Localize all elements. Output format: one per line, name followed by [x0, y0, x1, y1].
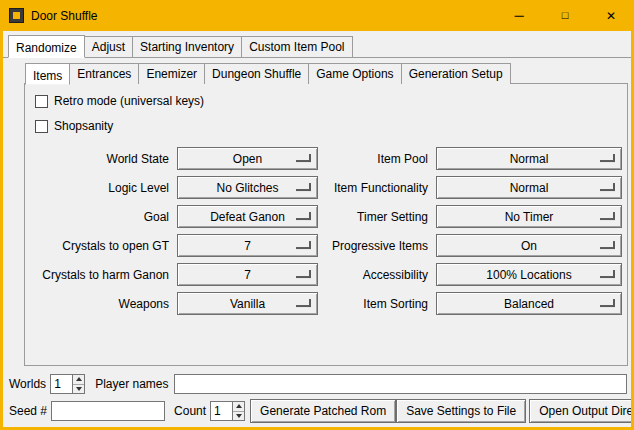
crystals-harm-ganon-label: Crystals to harm Ganon [25, 268, 177, 282]
arrow-down-icon [236, 414, 242, 418]
item-functionality-dropdown[interactable]: Normal [436, 176, 622, 199]
option-grid: World State Open Item Pool Normal Logic … [25, 144, 627, 318]
spin-down-button[interactable] [73, 384, 84, 394]
world-state-value: Open [233, 152, 262, 166]
dropdown-indicator-icon [600, 270, 615, 278]
arrow-up-icon [76, 377, 82, 381]
logic-level-dropdown[interactable]: No Glitches [177, 176, 318, 199]
weapons-dropdown[interactable]: Vanilla [177, 292, 318, 315]
retro-mode-label: Retro mode (universal keys) [54, 94, 204, 108]
tab-dungeon-shuffle[interactable]: Dungeon Shuffle [204, 63, 309, 84]
crystals-harm-ganon-value: 7 [244, 268, 251, 282]
option-row: Goal Defeat Ganon Timer Setting No Timer [25, 202, 627, 231]
tab-starting-inventory[interactable]: Starting Inventory [132, 36, 242, 57]
world-state-dropdown[interactable]: Open [177, 147, 318, 170]
progressive-items-value: On [521, 239, 537, 253]
save-settings-button[interactable]: Save Settings to File [396, 399, 526, 423]
tab-game-options[interactable]: Game Options [308, 63, 401, 84]
logic-level-value: No Glitches [216, 181, 278, 195]
item-functionality-label: Item Functionality [318, 181, 436, 195]
generate-patched-rom-button[interactable]: Generate Patched Rom [250, 399, 396, 423]
crystals-open-gt-dropdown[interactable]: 7 [177, 234, 318, 257]
item-sorting-label: Item Sorting [318, 297, 436, 311]
count-label: Count [174, 404, 206, 418]
dropdown-indicator-icon [296, 183, 311, 191]
dropdown-indicator-icon [296, 212, 311, 220]
minimize-icon: ─ [514, 8, 523, 23]
item-sorting-value: Balanced [504, 297, 554, 311]
crystals-open-gt-label: Crystals to open GT [25, 239, 177, 253]
spin-up-button[interactable] [233, 402, 244, 411]
arrow-up-icon [236, 404, 242, 408]
tab-items[interactable]: Items [25, 63, 70, 85]
option-row: Crystals to open GT 7 Progressive Items … [25, 231, 627, 260]
maximize-button[interactable]: □ [542, 0, 588, 31]
tab-generation-setup[interactable]: Generation Setup [401, 63, 511, 84]
shopsanity-checkbox[interactable] [35, 120, 48, 133]
dropdown-indicator-icon [296, 299, 311, 307]
worlds-spin-arrows [72, 374, 85, 394]
accessibility-dropdown[interactable]: 100% Locations [436, 263, 622, 286]
shopsanity-row: Shopsanity [35, 118, 627, 134]
tab-custom-item-pool[interactable]: Custom Item Pool [241, 36, 352, 57]
item-pool-value: Normal [510, 152, 549, 166]
worlds-label: Worlds [9, 377, 46, 391]
outer-tab-bar: Randomize Adjust Starting Inventory Cust… [3, 35, 631, 58]
count-input[interactable] [210, 401, 232, 421]
window-controls: ─ □ ✕ [496, 0, 634, 31]
dropdown-indicator-icon [296, 241, 311, 249]
open-output-directory-button[interactable]: Open Output Directory [529, 399, 631, 423]
dropdown-indicator-icon [600, 183, 615, 191]
timer-setting-value: No Timer [505, 210, 554, 224]
titlebar[interactable]: Door Shuffle ─ □ ✕ [0, 0, 634, 31]
tab-adjust[interactable]: Adjust [84, 36, 133, 57]
seed-input[interactable] [51, 401, 165, 421]
tab-enemizer[interactable]: Enemizer [138, 63, 205, 84]
dropdown-indicator-icon [600, 299, 615, 307]
item-pool-dropdown[interactable]: Normal [436, 147, 622, 170]
timer-setting-dropdown[interactable]: No Timer [436, 205, 622, 228]
item-pool-label: Item Pool [318, 152, 436, 166]
item-sorting-dropdown[interactable]: Balanced [436, 292, 622, 315]
world-state-label: World State [25, 152, 177, 166]
dropdown-indicator-icon [600, 241, 615, 249]
arrow-down-icon [76, 387, 82, 391]
crystals-open-gt-value: 7 [244, 239, 251, 253]
app-window: Door Shuffle ─ □ ✕ Randomize Adjust Star… [0, 0, 634, 430]
dropdown-indicator-icon [296, 154, 311, 162]
option-row: Weapons Vanilla Item Sorting Balanced [25, 289, 627, 318]
spin-down-button[interactable] [233, 411, 244, 421]
weapons-value: Vanilla [230, 297, 265, 311]
retro-mode-row: Retro mode (universal keys) [35, 93, 627, 109]
item-functionality-value: Normal [510, 181, 549, 195]
items-pane: Retro mode (universal keys) Shopsanity W… [24, 83, 628, 366]
worlds-spinner [50, 374, 85, 394]
count-spin-arrows [232, 401, 245, 421]
crystals-harm-ganon-dropdown[interactable]: 7 [177, 263, 318, 286]
player-names-input[interactable] [174, 374, 628, 394]
close-button[interactable]: ✕ [588, 0, 634, 31]
progressive-items-label: Progressive Items [318, 239, 436, 253]
dropdown-indicator-icon [600, 212, 615, 220]
accessibility-value: 100% Locations [486, 268, 571, 282]
dropdown-indicator-icon [600, 154, 615, 162]
seed-row: Seed # Count Generate Patched Rom Save S… [9, 399, 627, 423]
minimize-button[interactable]: ─ [496, 0, 542, 31]
player-names-label: Player names [95, 377, 168, 391]
worlds-row: Worlds Player names [9, 373, 627, 395]
worlds-input[interactable] [50, 374, 72, 394]
option-row: World State Open Item Pool Normal [25, 144, 627, 173]
inner-tab-bar: Items Entrances Enemizer Dungeon Shuffle… [25, 62, 510, 84]
close-icon: ✕ [606, 9, 616, 23]
tab-randomize[interactable]: Randomize [8, 35, 85, 58]
retro-mode-checkbox[interactable] [35, 95, 48, 108]
progressive-items-dropdown[interactable]: On [436, 234, 622, 257]
accessibility-label: Accessibility [318, 268, 436, 282]
timer-setting-label: Timer Setting [318, 210, 436, 224]
seed-label: Seed # [9, 404, 47, 418]
spin-up-button[interactable] [73, 375, 84, 384]
window-title: Door Shuffle [31, 9, 98, 23]
option-row: Crystals to harm Ganon 7 Accessibility 1… [25, 260, 627, 289]
goal-dropdown[interactable]: Defeat Ganon [177, 205, 318, 228]
tab-entrances[interactable]: Entrances [69, 63, 139, 84]
